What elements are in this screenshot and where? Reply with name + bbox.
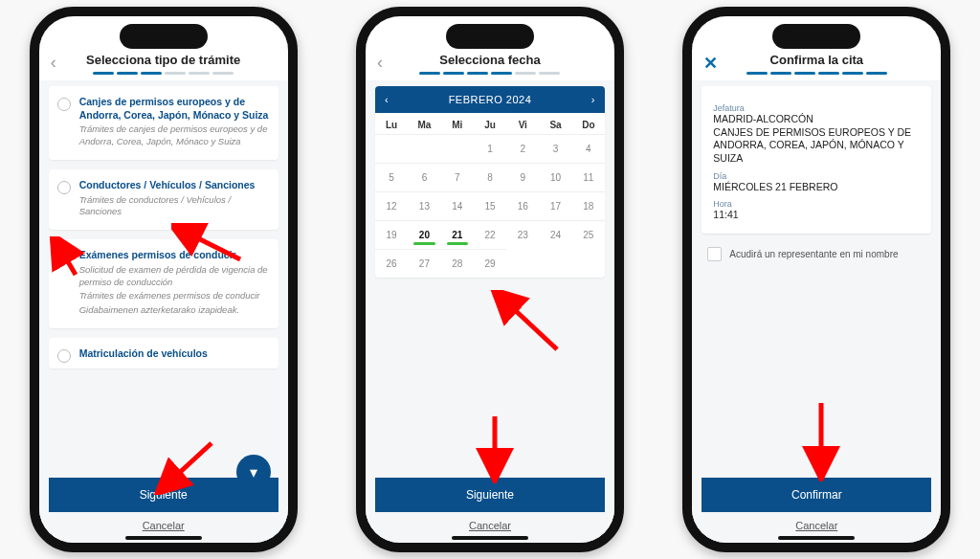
page-title: Selecciona tipo de trámite bbox=[39, 53, 288, 67]
option-title: Exámenes permisos de conducir bbox=[79, 249, 271, 262]
phone-step-3: ✕ Confirma la cita Jefatura MADRID-ALCOR… bbox=[682, 7, 950, 552]
radio-icon[interactable] bbox=[57, 251, 71, 264]
notch bbox=[120, 24, 208, 49]
confirm-area: Jefatura MADRID-ALCORCÓN CANJES DE PERMI… bbox=[692, 80, 941, 478]
calendar-grid: LuMaMiJuViSaDo 1234567891011121314151617… bbox=[375, 113, 605, 278]
option-examenes[interactable]: Exámenes permisos de conducir Solicitud … bbox=[49, 239, 278, 328]
calendar-day: 27 bbox=[408, 249, 440, 278]
calendar-dow: Ma bbox=[408, 113, 440, 134]
options-list: Canjes de permisos europeos y de Andorra… bbox=[39, 80, 288, 478]
calendar-day: 12 bbox=[375, 191, 408, 220]
option-title: Canjes de permisos europeos y de Andorra… bbox=[79, 96, 271, 122]
calendar-day: 28 bbox=[441, 249, 474, 278]
radio-icon[interactable] bbox=[57, 98, 71, 111]
checkbox-label: Acudirá un representante en mi nombre bbox=[729, 249, 898, 259]
label-jefatura: Jefatura bbox=[713, 103, 920, 113]
option-desc: Gidabaimenen azterketarako izapideak. bbox=[79, 304, 271, 317]
checkbox-icon[interactable] bbox=[707, 247, 722, 261]
value-dia: MIÉRCOLES 21 FEBRERO bbox=[713, 181, 920, 194]
calendar-day: 7 bbox=[441, 163, 474, 191]
option-desc: Trámites de canjes de permisos europeos … bbox=[79, 123, 271, 148]
calendar-day: 4 bbox=[572, 134, 605, 163]
calendar-day: 2 bbox=[506, 134, 539, 163]
close-icon[interactable]: ✕ bbox=[703, 53, 718, 74]
progress-indicator bbox=[692, 72, 941, 75]
radio-icon[interactable] bbox=[57, 181, 71, 194]
notch bbox=[446, 24, 534, 49]
home-indicator bbox=[778, 536, 855, 540]
calendar-day: 18 bbox=[572, 191, 605, 220]
calendar-area: ‹ FEBRERO 2024 › LuMaMiJuViSaDo 12345678… bbox=[366, 80, 614, 478]
next-button[interactable]: Siguiente bbox=[375, 478, 605, 512]
calendar-day: 1 bbox=[474, 134, 506, 163]
value-tramite: CANJES DE PERMISOS EUROPEOS Y DE ANDORRA… bbox=[713, 126, 920, 166]
page-title: Selecciona fecha bbox=[366, 53, 614, 67]
calendar-empty bbox=[408, 134, 440, 163]
calendar-day: 29 bbox=[474, 249, 506, 278]
radio-icon[interactable] bbox=[57, 349, 71, 363]
calendar-day: 5 bbox=[375, 163, 408, 191]
option-desc: Solicitud de examen de pérdida de vigenc… bbox=[79, 264, 271, 289]
calendar-empty bbox=[441, 134, 474, 163]
calendar-day: 16 bbox=[506, 191, 539, 220]
option-desc: Trámites de conductores / Vehículos / Sa… bbox=[79, 194, 271, 219]
calendar-day: 23 bbox=[506, 220, 539, 249]
calendar-day: 14 bbox=[441, 191, 474, 220]
calendar-empty bbox=[375, 134, 408, 163]
calendar-day: 3 bbox=[539, 134, 571, 163]
footer: Confirmar Cancelar bbox=[692, 478, 941, 543]
phone-step-2: ‹ Selecciona fecha ‹ FEBRERO 2024 › LuMa… bbox=[356, 7, 624, 552]
option-canjes[interactable]: Canjes de permisos europeos y de Andorra… bbox=[49, 86, 278, 160]
scroll-down-fab[interactable]: ▾ bbox=[236, 455, 271, 489]
calendar-dow: Do bbox=[572, 113, 605, 134]
calendar-month-label: FEBRERO 2024 bbox=[449, 94, 532, 105]
calendar-dow: Sa bbox=[539, 113, 571, 134]
notch bbox=[772, 24, 860, 49]
calendar-day: 15 bbox=[474, 191, 506, 220]
calendar-day[interactable]: 21 bbox=[441, 220, 474, 249]
calendar-dow: Vi bbox=[506, 113, 539, 134]
option-title: Matriculación de vehículos bbox=[79, 347, 271, 361]
option-title: Conductores / Vehículos / Sanciones bbox=[79, 179, 271, 192]
calendar-dow: Ju bbox=[474, 113, 506, 134]
calendar-day: 17 bbox=[539, 191, 571, 220]
home-indicator bbox=[452, 536, 528, 540]
calendar-day: 22 bbox=[474, 220, 506, 249]
calendar-day: 26 bbox=[375, 249, 408, 278]
progress-indicator bbox=[366, 72, 614, 75]
representative-checkbox-row[interactable]: Acudirá un representante en mi nombre bbox=[702, 247, 931, 261]
back-icon[interactable]: ‹ bbox=[377, 53, 383, 73]
label-dia: Día bbox=[713, 171, 920, 181]
value-hora: 11:41 bbox=[713, 209, 920, 222]
option-conductores[interactable]: Conductores / Vehículos / Sanciones Trám… bbox=[49, 169, 278, 230]
back-icon[interactable]: ‹ bbox=[51, 53, 56, 73]
value-jefatura: MADRID-ALCORCÓN bbox=[713, 113, 920, 126]
calendar-day: 24 bbox=[539, 220, 571, 249]
calendar-month: ‹ FEBRERO 2024 › bbox=[375, 86, 605, 113]
option-matriculacion[interactable]: Matriculación de vehículos bbox=[49, 338, 278, 369]
calendar-dow: Mi bbox=[441, 113, 474, 134]
progress-indicator bbox=[39, 72, 288, 75]
home-indicator bbox=[125, 536, 202, 540]
confirm-button[interactable]: Confirmar bbox=[702, 478, 931, 512]
calendar-day[interactable]: 20 bbox=[408, 220, 440, 249]
phone-step-1: ‹ Selecciona tipo de trámite Canjes de p… bbox=[30, 7, 298, 552]
calendar-day: 13 bbox=[408, 191, 440, 220]
footer: Siguiente Cancelar bbox=[366, 478, 614, 543]
prev-month-icon[interactable]: ‹ bbox=[385, 94, 389, 105]
page-title: Confirma la cita bbox=[692, 53, 941, 67]
calendar-day: 19 bbox=[375, 220, 408, 249]
confirm-card: Jefatura MADRID-ALCORCÓN CANJES DE PERMI… bbox=[702, 86, 931, 234]
calendar-day: 9 bbox=[506, 163, 539, 191]
calendar: ‹ FEBRERO 2024 › LuMaMiJuViSaDo 12345678… bbox=[375, 86, 605, 278]
label-hora: Hora bbox=[713, 199, 920, 209]
calendar-day: 8 bbox=[474, 163, 506, 191]
calendar-day: 11 bbox=[572, 163, 605, 191]
option-desc: Trámites de exámenes permisos de conduci… bbox=[79, 290, 271, 302]
calendar-dow: Lu bbox=[375, 113, 408, 134]
calendar-day: 6 bbox=[408, 163, 440, 191]
calendar-day: 10 bbox=[539, 163, 571, 191]
next-month-icon[interactable]: › bbox=[591, 94, 595, 105]
calendar-day: 25 bbox=[572, 220, 605, 249]
